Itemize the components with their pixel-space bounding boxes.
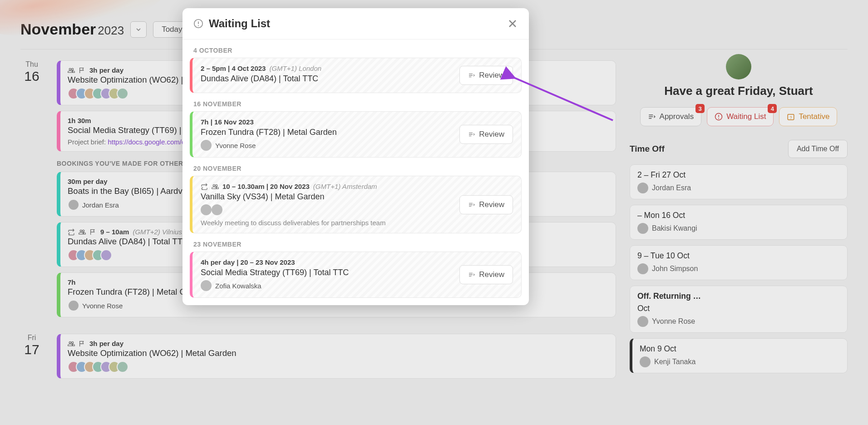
waiting-list-modal: Waiting List 4 OCTOBER2 – 5pm | 4 Oct 20… [182, 8, 529, 305]
item-title: Social Media Strategy (TT69) | Total TTC [201, 268, 452, 277]
modal-group-label: 16 NOVEMBER [182, 93, 529, 111]
people-icon [212, 183, 219, 190]
review-icon [468, 131, 475, 138]
item-meta: 4h per day | 20 – 23 Nov 2023 [201, 258, 295, 266]
review-button[interactable]: Review [459, 66, 513, 85]
avatar [201, 204, 212, 215]
review-button[interactable]: Review [459, 125, 513, 144]
timezone: (GMT+1) Amsterdam [313, 183, 377, 190]
waiting-item[interactable]: 2 – 5pm | 4 Oct 2023(GMT+1) LondonDundas… [190, 58, 522, 93]
item-title: Dundas Alive (DA84) | Total TTC [201, 74, 452, 84]
alert-icon [193, 19, 203, 29]
waiting-item[interactable]: 7h | 16 Nov 2023Frozen Tundra (FT28) | M… [190, 111, 522, 158]
item-title: Frozen Tundra (FT28) | Metal Garden [201, 128, 452, 137]
avatar [201, 140, 212, 151]
modal-group-label: 20 NOVEMBER [182, 158, 529, 176]
item-meta: 7h | 16 Nov 2023 [201, 118, 254, 126]
close-button[interactable] [507, 18, 518, 29]
item-meta: 10 – 10.30am | 20 Nov 2023 [222, 183, 310, 190]
repeat-icon [201, 183, 208, 190]
review-icon [468, 271, 475, 278]
item-title: Vanilla Sky (VS34) | Metal Garden [201, 192, 452, 202]
person-name: Zofia Kowalska [215, 282, 261, 290]
review-icon [468, 72, 475, 79]
item-meta: 2 – 5pm | 4 Oct 2023 [201, 64, 266, 72]
waiting-item[interactable]: 4h per day | 20 – 23 Nov 2023Social Medi… [190, 252, 522, 298]
review-button[interactable]: Review [459, 195, 513, 214]
modal-group-label: 23 NOVEMBER [182, 233, 529, 252]
review-button[interactable]: Review [459, 265, 513, 284]
avatar [201, 280, 212, 291]
review-icon [468, 201, 475, 208]
timezone: (GMT+1) London [269, 64, 321, 72]
avatar [212, 204, 222, 215]
item-note: Weekly meeting to discuss deliverables f… [201, 219, 452, 227]
waiting-item[interactable]: 10 – 10.30am | 20 Nov 2023(GMT+1) Amster… [190, 176, 522, 233]
person-name: Yvonne Rose [215, 142, 256, 149]
modal-group-label: 4 OCTOBER [182, 40, 529, 58]
modal-title: Waiting List [209, 17, 270, 30]
